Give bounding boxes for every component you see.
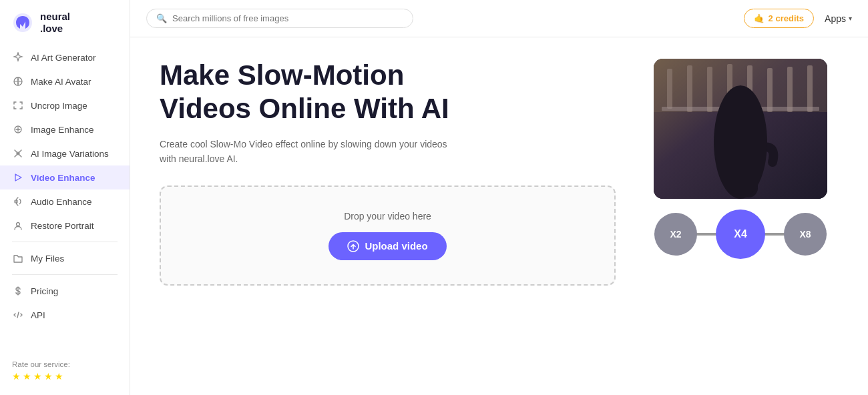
- sidebar-item-ai-image-variations[interactable]: AI Image Variations: [0, 141, 130, 165]
- svg-rect-8: [654, 59, 827, 112]
- logo-line1: neural: [40, 11, 70, 23]
- sidebar-divider-2: [12, 274, 118, 275]
- sidebar-item-label: Image Enhance: [31, 125, 94, 135]
- preview-svg: [654, 59, 827, 199]
- speed-x8-button[interactable]: X8: [784, 213, 827, 256]
- svg-rect-17: [662, 107, 819, 111]
- svg-rect-13: [747, 65, 752, 112]
- sidebar-item-label: Uncrop Image: [31, 101, 87, 111]
- sidebar: neural .love AI Art Generator Make AI Av…: [0, 0, 130, 395]
- svg-rect-15: [787, 67, 793, 112]
- logo-icon: [11, 11, 35, 35]
- search-input[interactable]: [172, 13, 403, 23]
- svg-point-18: [731, 105, 761, 139]
- sidebar-item-label: Audio Enhance: [31, 197, 92, 207]
- sidebar-divider: [12, 242, 118, 242]
- credits-label: 2 credits: [769, 13, 804, 23]
- sparkle-icon: [12, 51, 24, 63]
- sidebar-item-restore-portrait[interactable]: Restore Portrait: [0, 214, 130, 238]
- upload-icon: [347, 240, 359, 252]
- chevron-down-icon: ▾: [849, 15, 852, 22]
- credits-button[interactable]: 🤙 2 credits: [744, 9, 814, 28]
- sidebar-item-label: Make AI Avatar: [31, 77, 91, 87]
- logo-line2: .love: [40, 23, 70, 35]
- sidebar-item-audio-enhance[interactable]: Audio Enhance: [0, 189, 130, 214]
- upload-button[interactable]: Upload video: [329, 232, 446, 260]
- speed-x8-label: X8: [799, 229, 811, 240]
- upload-drop-zone[interactable]: Drop your video here Upload video: [160, 185, 616, 286]
- preview-image-bg: [654, 59, 827, 199]
- star-3[interactable]: ★: [33, 371, 42, 382]
- dollar-icon: [12, 285, 24, 297]
- svg-rect-10: [687, 65, 692, 112]
- audio-icon: [12, 195, 24, 208]
- left-panel: Make Slow-Motion Videos Online With AI C…: [160, 59, 616, 379]
- sidebar-item-image-enhance[interactable]: Image Enhance: [0, 117, 130, 141]
- globe-icon: [12, 75, 24, 87]
- portrait-icon: [12, 220, 24, 232]
- sidebar-item-label: My Files: [31, 254, 64, 264]
- expand-icon: [12, 99, 24, 111]
- speed-x2-button[interactable]: X2: [654, 213, 697, 256]
- video-icon: [12, 171, 24, 183]
- apps-button[interactable]: Apps ▾: [825, 13, 852, 24]
- star-4[interactable]: ★: [44, 371, 53, 382]
- svg-marker-3: [15, 174, 21, 181]
- right-panel: X2 X4 X8: [637, 59, 844, 379]
- search-box[interactable]: 🔍: [146, 9, 413, 28]
- sidebar-item-uncrop-image[interactable]: Uncrop Image: [0, 93, 130, 117]
- speed-controls: X2 X4 X8: [654, 210, 827, 259]
- svg-point-20: [735, 113, 743, 124]
- preview-image: [654, 59, 827, 199]
- credits-emoji: 🤙: [754, 13, 765, 23]
- sidebar-item-label: Video Enhance: [31, 173, 95, 183]
- sidebar-item-label: AI Art Generator: [31, 53, 96, 63]
- speed-x4-button[interactable]: X4: [716, 210, 765, 259]
- sidebar-item-api[interactable]: API: [0, 303, 130, 327]
- star-1[interactable]: ★: [12, 371, 21, 382]
- sidebar-item-label: AI Image Variations: [31, 149, 109, 159]
- svg-point-5: [17, 223, 20, 226]
- sidebar-item-label: API: [31, 310, 45, 320]
- svg-rect-16: [807, 65, 813, 112]
- sidebar-bottom: Rate our service: ★ ★ ★ ★ ★: [0, 355, 130, 387]
- svg-rect-19: [734, 137, 758, 198]
- sidebar-item-label: Pricing: [31, 286, 58, 296]
- header-right: 🤙 2 credits Apps ▾: [744, 9, 852, 28]
- svg-rect-11: [707, 67, 712, 112]
- header: 🔍 🤙 2 credits Apps ▾: [130, 0, 868, 37]
- speed-x2-label: X2: [670, 229, 681, 240]
- sidebar-nav: AI Art Generator Make AI Avatar Uncrop I…: [0, 45, 130, 355]
- sidebar-item-my-files[interactable]: My Files: [0, 246, 130, 270]
- main-area: 🔍 🤙 2 credits Apps ▾ Make Slow-Motion Vi…: [130, 0, 868, 395]
- svg-rect-14: [767, 68, 773, 112]
- star-rating[interactable]: ★ ★ ★ ★ ★: [12, 371, 118, 382]
- page-title: Make Slow-Motion Videos Online With AI: [160, 59, 616, 126]
- drop-text: Drop your video here: [344, 211, 431, 222]
- upload-button-label: Upload video: [365, 240, 427, 252]
- sidebar-item-make-ai-avatar[interactable]: Make AI Avatar: [0, 69, 130, 93]
- speed-x4-label: X4: [734, 228, 747, 240]
- logo[interactable]: neural .love: [0, 8, 130, 45]
- star-5[interactable]: ★: [55, 371, 63, 382]
- sidebar-item-label: Restore Portrait: [31, 221, 94, 231]
- sidebar-item-pricing[interactable]: Pricing: [0, 279, 130, 303]
- star-2[interactable]: ★: [23, 371, 31, 382]
- search-icon: 🔍: [156, 13, 167, 23]
- sidebar-item-ai-art-generator[interactable]: AI Art Generator: [0, 45, 130, 69]
- apps-label: Apps: [825, 13, 846, 24]
- svg-rect-9: [667, 69, 672, 109]
- content: Make Slow-Motion Videos Online With AI C…: [130, 37, 868, 395]
- page-description: Create cool Slow-Mo Video effect online …: [160, 137, 453, 167]
- api-icon: [12, 309, 24, 321]
- variations-icon: [12, 147, 24, 159]
- folder-icon: [12, 252, 24, 264]
- rate-label: Rate our service:: [12, 360, 118, 368]
- sidebar-item-video-enhance[interactable]: Video Enhance: [0, 165, 130, 189]
- svg-rect-12: [727, 64, 732, 112]
- enhance-icon: [12, 123, 24, 135]
